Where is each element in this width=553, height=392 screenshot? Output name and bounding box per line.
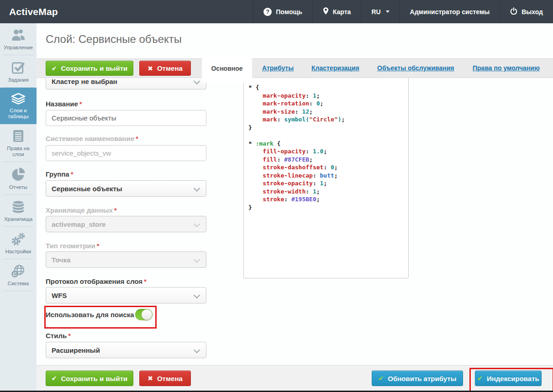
- nav-map[interactable]: Карта: [312, 0, 361, 23]
- sidebar-item-tasks[interactable]: Задания: [0, 55, 37, 88]
- sidebar-item-storages[interactable]: Хранилища: [0, 195, 37, 227]
- style-code: * { mark-opacity: 1; mark-rotation: 0; m…: [248, 84, 405, 211]
- tab-service-objects[interactable]: Объекты обслуживания: [377, 64, 454, 72]
- style-label: Стиль*: [46, 332, 71, 340]
- svg-text:C: C: [13, 272, 16, 277]
- protocol-select[interactable]: WFS: [46, 287, 206, 303]
- x-icon: ✖: [147, 65, 153, 72]
- use-for-search-toggle[interactable]: [135, 309, 153, 320]
- protocol-label: Протокол отображения слоя*: [46, 277, 147, 285]
- sidebar-item-management[interactable]: Управление: [0, 23, 37, 55]
- data-store-select: activemap_store: [46, 216, 206, 232]
- chevron-down-icon: [194, 256, 200, 263]
- navbar-menu: ? Помощь Карта RU Администратор системы …: [253, 0, 553, 23]
- activemap-admin-page: ActiveMap ? Помощь Карта RU Администрато…: [0, 0, 553, 392]
- check-icon: ✔: [52, 65, 57, 72]
- style-code-editor[interactable]: * { mark-opacity: 1; mark-rotation: 0; m…: [243, 78, 409, 278]
- update-attributes-button[interactable]: ✔ Обновить атрибуты: [372, 371, 463, 386]
- group-select[interactable]: Сервисные объекты: [46, 180, 206, 197]
- check-icon: ✔: [379, 375, 384, 382]
- cancel-button-bottom[interactable]: ✖ Отмена: [139, 371, 191, 386]
- name-label: Название*: [46, 100, 82, 108]
- index-button[interactable]: ✔ Индексировать: [475, 371, 542, 386]
- chevron-down-icon: [194, 347, 200, 353]
- chevron-down-icon: [194, 292, 200, 298]
- system-name-label: Системное наименование*: [46, 135, 138, 142]
- save-exit-button-top[interactable]: ✔ Сохранить и выйти: [46, 61, 133, 76]
- geometry-type-label: Тип геометрии*: [46, 242, 100, 250]
- top-navbar: ActiveMap ? Помощь Карта RU Администрато…: [0, 0, 553, 23]
- system-name-input: [46, 145, 206, 161]
- sidebar-item-layer-rights[interactable]: Права на слои: [0, 124, 37, 162]
- page-title: Слой: Сервисные объекты: [46, 33, 182, 46]
- tab-clustering[interactable]: Кластеризация: [311, 64, 359, 72]
- sidebar-item-system[interactable]: C Система: [0, 259, 37, 291]
- tab-default-rights[interactable]: Права по умолчанию: [473, 64, 540, 72]
- data-store-label: Хранилище данных*: [46, 206, 117, 214]
- nav-logout[interactable]: Выход: [500, 0, 553, 23]
- tab-main[interactable]: Основное: [202, 58, 252, 83]
- pie-chart-icon: [11, 167, 26, 182]
- geometry-type-select: Точка: [46, 251, 206, 268]
- chevron-down-icon: [386, 10, 390, 13]
- chevron-down-icon: [194, 221, 200, 227]
- sidebar-item-layers-tables[interactable]: Слои и таблицы: [0, 88, 37, 124]
- globe-icon: C: [11, 264, 26, 278]
- chevron-down-icon: [194, 78, 200, 84]
- style-select[interactable]: Расширенный: [46, 342, 206, 358]
- sidebar-item-settings[interactable]: Настройки: [0, 227, 37, 259]
- group-label: Группа*: [46, 170, 74, 178]
- check-icon: ✔: [52, 375, 57, 382]
- save-exit-button-bottom[interactable]: ✔ Сохранить и выйти: [46, 371, 133, 386]
- x-icon: ✖: [147, 375, 153, 382]
- tab-attributes[interactable]: Атрибуты: [262, 64, 294, 72]
- map-pin-icon: [323, 7, 329, 16]
- database-icon: [11, 200, 26, 214]
- brand-logo[interactable]: ActiveMap: [9, 6, 58, 17]
- use-for-search-label: Использовать для поиска: [46, 311, 134, 319]
- chevron-down-icon: [194, 185, 200, 192]
- help-icon: ?: [263, 8, 272, 16]
- sidebar-nav: Управление Задания Слои и таблицы Права …: [0, 23, 37, 391]
- check-square-icon: [11, 60, 26, 74]
- nav-language-select[interactable]: RU: [361, 0, 399, 23]
- users-icon: [11, 28, 26, 42]
- toggle-knob: [142, 309, 152, 320]
- power-icon: [510, 7, 517, 16]
- nav-help[interactable]: ? Помощь: [253, 0, 312, 23]
- document-icon: [11, 129, 25, 143]
- check-icon: ✔: [477, 375, 483, 382]
- name-input[interactable]: [46, 110, 206, 126]
- layers-icon: [11, 93, 26, 105]
- sidebar-item-reports[interactable]: Отчеты: [0, 162, 37, 195]
- gears-icon: [11, 232, 26, 246]
- cancel-button-top[interactable]: ✖ Отмена: [139, 61, 191, 76]
- nav-current-user[interactable]: Администратор системы: [400, 0, 500, 23]
